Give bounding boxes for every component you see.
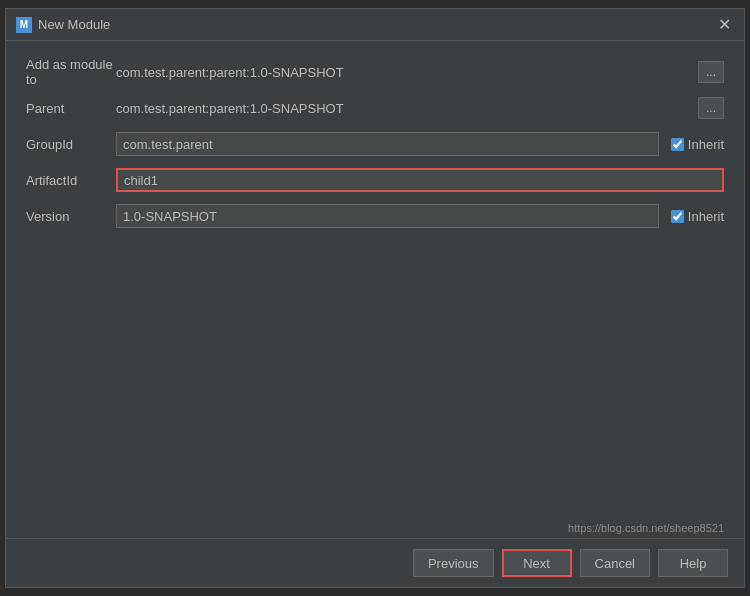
dialog-title: New Module bbox=[38, 17, 110, 32]
url-text: https://blog.csdn.net/sheep8521 bbox=[568, 522, 724, 534]
artifact-id-label: ArtifactId bbox=[26, 173, 116, 188]
new-module-dialog: M New Module ✕ Add as module to com.test… bbox=[5, 8, 745, 588]
group-id-label: GroupId bbox=[26, 137, 116, 152]
add-as-module-label: Add as module to bbox=[26, 57, 116, 87]
version-label: Version bbox=[26, 209, 116, 224]
version-input[interactable] bbox=[116, 204, 659, 228]
title-bar: M New Module ✕ bbox=[6, 9, 744, 41]
group-id-inherit-label: Inherit bbox=[671, 137, 724, 152]
parent-label: Parent bbox=[26, 101, 116, 116]
version-inherit-label: Inherit bbox=[671, 209, 724, 224]
add-as-module-dots-button[interactable]: ... bbox=[698, 61, 724, 83]
previous-button[interactable]: Previous bbox=[413, 549, 494, 577]
artifact-id-row: ArtifactId bbox=[26, 165, 724, 195]
group-id-input[interactable] bbox=[116, 132, 659, 156]
parent-value-container: com.test.parent:parent:1.0-SNAPSHOT ... bbox=[116, 97, 724, 119]
version-row: Version Inherit bbox=[26, 201, 724, 231]
version-input-container: Inherit bbox=[116, 204, 724, 228]
version-inherit-checkbox[interactable] bbox=[671, 210, 684, 223]
content-spacer bbox=[26, 237, 724, 504]
next-button[interactable]: Next bbox=[502, 549, 572, 577]
url-bar: https://blog.csdn.net/sheep8521 bbox=[6, 520, 744, 538]
group-id-row: GroupId Inherit bbox=[26, 129, 724, 159]
add-as-module-value-container: com.test.parent:parent:1.0-SNAPSHOT ... bbox=[116, 61, 724, 83]
parent-dots-button[interactable]: ... bbox=[698, 97, 724, 119]
artifact-id-input[interactable] bbox=[116, 168, 724, 192]
cancel-button[interactable]: Cancel bbox=[580, 549, 650, 577]
group-id-inherit-text: Inherit bbox=[688, 137, 724, 152]
close-button[interactable]: ✕ bbox=[714, 15, 734, 35]
help-button[interactable]: Help bbox=[658, 549, 728, 577]
form-content: Add as module to com.test.parent:parent:… bbox=[6, 41, 744, 520]
title-bar-left: M New Module bbox=[16, 17, 110, 33]
add-as-module-value: com.test.parent:parent:1.0-SNAPSHOT bbox=[116, 65, 692, 80]
parent-row: Parent com.test.parent:parent:1.0-SNAPSH… bbox=[26, 93, 724, 123]
add-as-module-row: Add as module to com.test.parent:parent:… bbox=[26, 57, 724, 87]
group-id-input-container: Inherit bbox=[116, 132, 724, 156]
artifact-id-input-container bbox=[116, 168, 724, 192]
module-icon: M bbox=[16, 17, 32, 33]
version-inherit-text: Inherit bbox=[688, 209, 724, 224]
group-id-inherit-checkbox[interactable] bbox=[671, 138, 684, 151]
footer: Previous Next Cancel Help bbox=[6, 538, 744, 587]
parent-value: com.test.parent:parent:1.0-SNAPSHOT bbox=[116, 101, 692, 116]
